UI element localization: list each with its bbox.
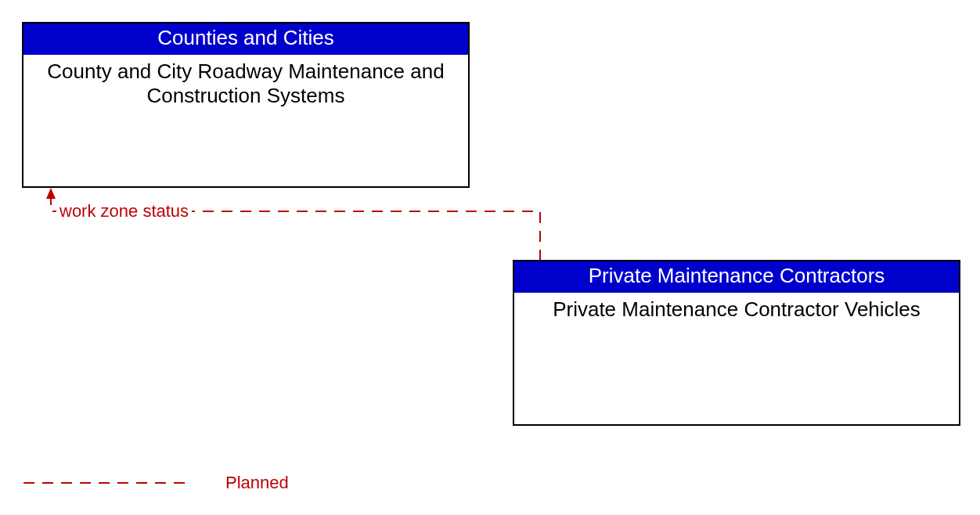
flow-arrow-work-zone-status: [51, 189, 540, 261]
box-header-counties-cities: Counties and Cities: [23, 23, 468, 55]
box-header-private-contractors: Private Maintenance Contractors: [514, 261, 959, 293]
box-private-contractors: Private Maintenance Contractors Private …: [513, 260, 960, 426]
flow-label-work-zone-status: work zone status: [56, 201, 192, 221]
box-body-counties-cities: County and City Roadway Maintenance and …: [23, 55, 468, 113]
box-counties-cities: Counties and Cities County and City Road…: [22, 22, 470, 188]
legend-label-planned: Planned: [225, 473, 289, 493]
box-body-private-contractors: Private Maintenance Contractor Vehicles: [514, 293, 959, 326]
